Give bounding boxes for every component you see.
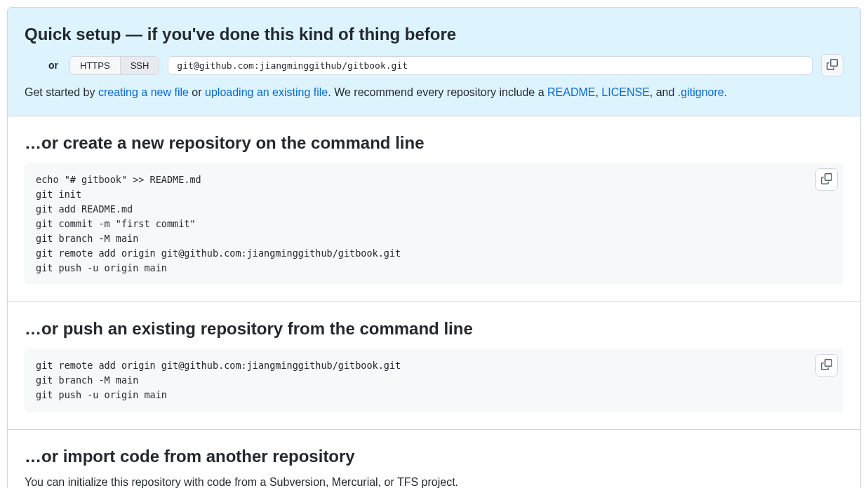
upload-file-link[interactable]: uploading an existing file: [205, 86, 328, 98]
get-started-text: Get started by creating a new file or up…: [25, 86, 843, 99]
import-code-heading: …or import code from another repository: [25, 447, 843, 466]
protocol-toggle: HTTPS SSH: [69, 56, 159, 75]
import-code-text: You can initialize this repository with …: [25, 476, 843, 488]
create-repo-code-wrapper: echo "# gitbook" >> README.md git init g…: [25, 163, 843, 285]
import-code-section: …or import code from another repository …: [8, 430, 860, 488]
repo-setup-container: Quick setup — if you've done this kind o…: [7, 7, 861, 488]
or-label: or: [48, 60, 58, 71]
clipboard-icon: [821, 173, 832, 187]
create-repo-heading: …or create a new repository on the comma…: [25, 133, 843, 153]
create-repo-section: …or create a new repository on the comma…: [8, 116, 860, 302]
copy-create-repo-button[interactable]: [815, 168, 838, 191]
quick-setup-section: Quick setup — if you've done this kind o…: [8, 8, 860, 116]
copy-push-existing-button[interactable]: [815, 354, 838, 377]
clone-url-input[interactable]: [168, 56, 813, 75]
clipboard-icon: [821, 359, 832, 372]
push-existing-code: git remote add origin git@github.com:jia…: [25, 348, 843, 412]
readme-link[interactable]: README: [547, 86, 595, 98]
protocol-row: or HTTPS SSH: [25, 54, 843, 76]
push-existing-code-wrapper: git remote add origin git@github.com:jia…: [25, 348, 843, 412]
copy-url-button[interactable]: [821, 54, 843, 76]
push-existing-section: …or push an existing repository from the…: [8, 302, 860, 430]
create-repo-code: echo "# gitbook" >> README.md git init g…: [25, 163, 843, 285]
clipboard-icon: [827, 59, 838, 72]
ssh-button[interactable]: SSH: [120, 57, 159, 74]
create-file-link[interactable]: creating a new file: [98, 86, 189, 98]
push-existing-heading: …or push an existing repository from the…: [25, 319, 843, 339]
license-link[interactable]: LICENSE: [601, 86, 649, 98]
gitignore-link[interactable]: .gitignore: [678, 86, 724, 98]
quick-setup-heading: Quick setup — if you've done this kind o…: [25, 25, 843, 44]
https-button[interactable]: HTTPS: [70, 57, 120, 74]
